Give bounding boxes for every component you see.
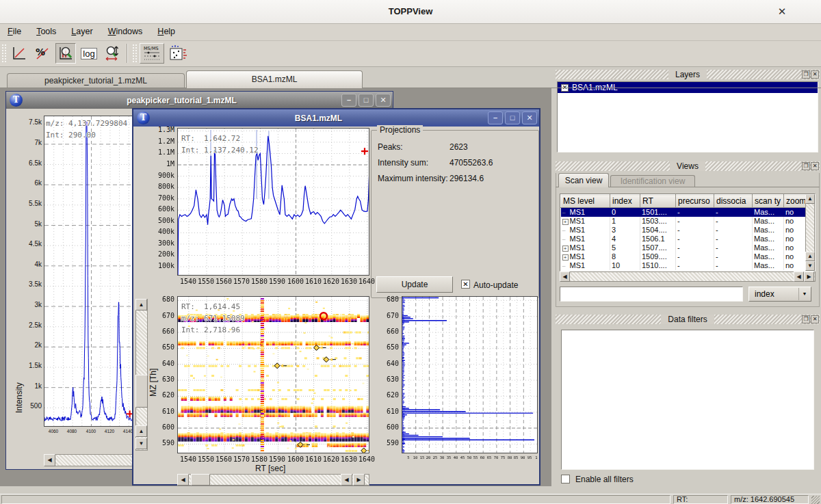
heatmap-v-scroll-thumb[interactable] xyxy=(135,375,148,408)
scan-table-row[interactable]: ┈MS101501....--Mas...no xyxy=(561,208,806,217)
tic-y-tick: 100k xyxy=(144,262,174,269)
menu-layer[interactable]: Layer xyxy=(64,24,100,39)
scan-cell: - xyxy=(676,208,714,217)
scan-table-row[interactable]: +MS151507....--Mas...no xyxy=(561,243,806,252)
layers-panel-title: Layers xyxy=(668,70,707,79)
expand-icon[interactable]: + xyxy=(562,254,569,261)
scan-table-container[interactable]: MS levelindexRTprecursodissociascan tyzo… xyxy=(560,194,816,271)
projections-button[interactable] xyxy=(167,43,189,64)
scan-table-row[interactable]: ┈MS141506.1--Mas...no xyxy=(561,235,806,243)
layers-panel-header[interactable]: Layers ❐ ✕ xyxy=(556,70,820,79)
scan-filter-combo[interactable]: index ▼ xyxy=(748,287,811,302)
bsa-close-button[interactable]: ✕ xyxy=(522,111,537,124)
layers-list[interactable]: ✕ BSA1.mzML xyxy=(557,81,818,152)
views-close-icon[interactable]: ✕ xyxy=(811,162,819,170)
scan-column-ms-level[interactable]: MS level xyxy=(561,195,610,208)
scan-table-row[interactable]: ┈MS131504....--Mas...no xyxy=(561,226,806,235)
tab-bsa1-mzml[interactable]: BSA1.mzML xyxy=(186,70,363,88)
mz-projection-y-tick: 670 xyxy=(376,312,399,319)
data-filters-list[interactable] xyxy=(561,330,814,470)
data-filters-panel-header[interactable]: Data filters ❐ ✕ xyxy=(556,315,820,324)
tic-y-tick: 300k xyxy=(144,239,174,247)
reset-zoom-button[interactable] xyxy=(55,43,76,64)
data-filters-float-icon[interactable]: ❐ xyxy=(802,315,810,323)
toolbar-drag-handle[interactable] xyxy=(1,44,6,63)
views-panel-header[interactable]: Views ❐ ✕ xyxy=(556,161,820,171)
bsa-maximize-button[interactable]: □ xyxy=(505,111,520,124)
mz-projection-plot[interactable] xyxy=(402,296,538,453)
expand-icon[interactable]: + xyxy=(562,246,569,252)
heatmap-y-tick: 640 xyxy=(151,360,174,367)
tab-scan-view[interactable]: Scan view xyxy=(558,173,609,187)
scan-column-dissocia[interactable]: dissocia xyxy=(714,195,753,208)
minimize-button[interactable]: – xyxy=(341,94,356,107)
layers-close-icon[interactable]: ✕ xyxy=(811,70,819,79)
close-button[interactable]: ✕ xyxy=(376,94,391,107)
scan-cell: 1507.... xyxy=(640,243,676,252)
bsa-titlebar[interactable]: T BSA1.mzML – □ ✕ xyxy=(133,109,539,127)
scan-hscroll-left2-icon[interactable]: ◀ xyxy=(794,271,804,282)
resize-grip[interactable] xyxy=(811,496,820,504)
heatmap-y-tick: 600 xyxy=(151,423,174,431)
menu-tools[interactable]: Tools xyxy=(29,24,64,39)
scan-hscroll-left-icon[interactable]: ◀ xyxy=(560,271,570,282)
scan-column-rt[interactable]: RT xyxy=(640,195,676,208)
menu-help[interactable]: Help xyxy=(150,24,183,39)
intensity-percentage-mode-button[interactable]: % xyxy=(32,43,53,64)
main-close-icon[interactable]: ✕ xyxy=(772,3,792,21)
mz-projection-x-tick: 1 xyxy=(532,455,540,460)
expand-icon[interactable]: + xyxy=(562,219,569,225)
scan-cell: - xyxy=(714,252,753,261)
scan-cell: 1503.... xyxy=(640,217,676,226)
spectrum-scroll-left-icon[interactable]: ◀ xyxy=(44,454,55,466)
heatmap-scroll-down-icon[interactable]: ▼ xyxy=(135,438,147,449)
heatmap-scroll-right-icon[interactable]: ▶ xyxy=(353,474,365,486)
scan-table-row[interactable]: +MS111503....--Mas...no xyxy=(561,217,806,226)
heatmap-scroll-up-icon[interactable]: ▲ xyxy=(135,299,147,310)
scan-column-index[interactable]: index xyxy=(610,195,640,208)
scan-table-h-scrollbar[interactable] xyxy=(560,271,816,282)
enable-all-filters-checkbox[interactable] xyxy=(561,475,570,483)
heatmap-scroll-left-icon[interactable]: ◀ xyxy=(177,474,189,486)
scan-cell: Mas... xyxy=(753,208,784,217)
main-titlebar[interactable]: TOPPView ✕ xyxy=(0,0,821,24)
scan-cell: 3 xyxy=(610,226,640,235)
scan-filter-input[interactable] xyxy=(560,287,743,302)
maximize-button[interactable]: □ xyxy=(359,94,374,107)
bsa-minimize-button[interactable]: – xyxy=(488,111,503,124)
peakpicker-titlebar[interactable]: T peakpicker_tutorial_1.mzML – □ ✕ xyxy=(6,92,393,109)
update-button[interactable]: Update xyxy=(376,276,453,293)
heatmap-scroll-up2-icon[interactable]: ▲ xyxy=(135,425,147,437)
scan-table[interactable]: MS levelindexRTprecursodissociascan tyzo… xyxy=(560,194,806,270)
layers-float-icon[interactable]: ❐ xyxy=(802,70,810,79)
scan-column-zoom[interactable]: zoom xyxy=(784,195,806,208)
scan-column-precurso[interactable]: precurso xyxy=(676,195,714,208)
tab-identification-view[interactable]: Identification view xyxy=(610,175,695,187)
scan-column-scan-ty[interactable]: scan ty xyxy=(753,195,784,208)
scan-cell: 1501.... xyxy=(640,208,676,217)
heatmap-scroll-left2-icon[interactable]: ◀ xyxy=(341,474,352,486)
tic-y-tick: 700k xyxy=(144,194,174,202)
msms-view-button[interactable]: MS/MS xyxy=(140,43,164,64)
intensity-linear-mode-button[interactable] xyxy=(9,43,29,64)
auto-update-checkbox[interactable]: ✕ xyxy=(461,280,470,289)
data-filters-close-icon[interactable]: ✕ xyxy=(811,315,819,323)
heatmap-y-tick: 620 xyxy=(151,391,174,399)
menu-file[interactable]: File xyxy=(0,24,29,39)
scan-scroll-up2-icon[interactable]: ▲ xyxy=(805,252,815,261)
heatmap-h-scroll-thumb[interactable] xyxy=(191,474,210,486)
scan-scroll-up-icon[interactable]: ▲ xyxy=(805,194,815,204)
menu-windows[interactable]: Windows xyxy=(101,24,151,39)
scan-hscroll-right-icon[interactable]: ▶ xyxy=(804,271,814,282)
scan-table-row[interactable]: +MS181509....--Mas...no xyxy=(561,252,806,261)
scan-table-row[interactable]: ┈MS1101510....--Mas...no xyxy=(561,261,806,270)
toolbar-drag-handle-2[interactable] xyxy=(132,44,137,63)
views-float-icon[interactable]: ❐ xyxy=(802,162,810,170)
log-icon: log xyxy=(81,48,96,59)
zoom-1d-button[interactable] xyxy=(102,43,122,64)
log-intensity-button[interactable]: log xyxy=(79,43,99,64)
tab-peakpicker_tutorial_1-mzml[interactable]: peakpicker_tutorial_1.mzML xyxy=(7,73,185,88)
toolbar-separator xyxy=(127,44,128,63)
scan-scroll-down-icon[interactable]: ▼ xyxy=(805,261,815,271)
bsa-window[interactable]: T BSA1.mzML – □ ✕ RT: 1,642.72 Int: 1,13… xyxy=(132,108,540,486)
